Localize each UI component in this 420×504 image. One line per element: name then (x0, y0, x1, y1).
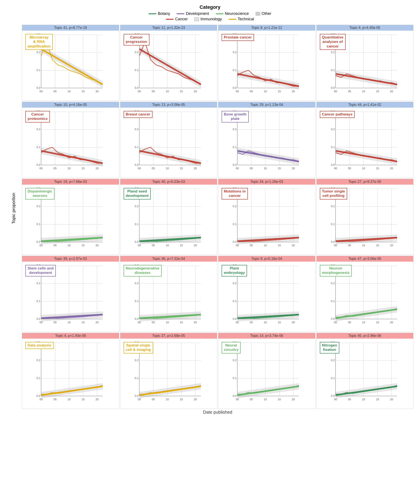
technical-line-icon (228, 19, 236, 20)
topic-label: Cancerprogression (124, 34, 150, 46)
svg-text:0.2: 0.2 (135, 359, 138, 362)
svg-text:20: 20 (292, 244, 295, 247)
svg-text:0.1: 0.1 (331, 68, 335, 72)
svg-text:00: 00 (236, 244, 239, 247)
legend-item-cancer: Cancer (166, 17, 188, 21)
svg-text:20: 20 (96, 321, 99, 324)
panel-title: Topic 44, p=1.41e-02 (317, 102, 414, 108)
svg-text:10: 10 (166, 244, 169, 247)
panel-topic_36__p_7_32e_04: Topic 36, p=7.32e-040.00.10.20.300051015… (120, 256, 217, 332)
panel-content: 0.00.10.20.30005101520Breast cancer (120, 108, 217, 178)
svg-text:0.2: 0.2 (233, 282, 237, 285)
panel-topic_29__p_1_13e_04: Topic 29, p=1.13e-040.00.10.20.300051015… (218, 102, 315, 178)
svg-text:0.0: 0.0 (135, 394, 138, 397)
svg-text:15: 15 (82, 90, 85, 93)
svg-text:00: 00 (40, 321, 43, 324)
topic-label: Nitrogenfixation (320, 342, 340, 354)
panel-content: 0.00.10.20.30005101520Data analysis (22, 339, 119, 409)
panel-title: Topic 40, p=5.03e-03 (120, 179, 217, 185)
svg-text:05: 05 (152, 167, 155, 170)
svg-text:0.0: 0.0 (233, 317, 237, 320)
svg-text:0.2: 0.2 (233, 204, 237, 208)
panel-title: Topic 34, p=1.26e-03 (218, 179, 315, 185)
svg-text:15: 15 (82, 321, 85, 324)
svg-text:00: 00 (236, 398, 239, 401)
svg-text:10: 10 (68, 167, 71, 170)
topic-label: Tumor singlecell profiling (320, 188, 347, 199)
svg-text:05: 05 (54, 244, 57, 247)
topic-label: Cancer pathways (320, 111, 355, 118)
svg-text:0.2: 0.2 (233, 51, 237, 54)
svg-text:20: 20 (292, 321, 295, 324)
panel-title: Topic 41, p=8.77e-18 (22, 25, 119, 31)
svg-text:0.1: 0.1 (36, 300, 41, 303)
svg-text:15: 15 (376, 398, 379, 401)
svg-text:15: 15 (180, 244, 183, 247)
panel-topic_13__p_3_06e_05: Topic 13, p=3.06e-050.00.10.20.300051015… (120, 102, 217, 178)
svg-text:05: 05 (54, 90, 57, 93)
svg-text:0.1: 0.1 (36, 222, 41, 226)
legend-item-immunology: Immunology (194, 17, 222, 21)
svg-text:0.0: 0.0 (36, 163, 41, 167)
svg-text:15: 15 (278, 321, 281, 324)
panel-content: 0.00.10.20.30005101520Cancerproteomics (22, 108, 119, 178)
panel-title: Topic 19, p=7.66e-03 (22, 179, 119, 185)
panel-content: 0.00.10.20.30005101520Neurodegeneratived… (120, 262, 217, 332)
svg-text:00: 00 (138, 90, 141, 93)
svg-text:0.0: 0.0 (135, 86, 138, 90)
topic-label: Neuralcircuitry (222, 342, 241, 354)
svg-text:0.1: 0.1 (135, 222, 138, 226)
panel-title: Topic 47, p=3.06e-05 (317, 256, 414, 262)
svg-text:0.2: 0.2 (331, 51, 335, 54)
svg-text:10: 10 (68, 90, 71, 93)
svg-text:0.2: 0.2 (331, 282, 335, 285)
legend-item-other: Other (256, 11, 271, 16)
topic-label: Quantitativeanalyses ofcancer (320, 34, 346, 50)
svg-text:0.1: 0.1 (233, 68, 237, 72)
legend-item-technical: Technical (228, 17, 254, 21)
panel-content: 0.00.10.20.30005101520Quantitativeanalys… (317, 31, 414, 101)
svg-text:10: 10 (362, 244, 365, 247)
svg-text:00: 00 (40, 244, 43, 247)
svg-text:0.2: 0.2 (233, 127, 237, 131)
svg-text:00: 00 (334, 244, 337, 247)
panel-content: 0.00.10.20.30005101520Mutations incancer (218, 185, 315, 255)
svg-text:20: 20 (292, 398, 295, 401)
svg-text:15: 15 (376, 90, 379, 93)
svg-text:0.1: 0.1 (135, 145, 138, 149)
panel-topic_4__p_1_93e_06: Topic 4, p=1.93e-060.00.10.20.3000510152… (22, 333, 119, 409)
svg-text:05: 05 (348, 321, 351, 324)
svg-text:15: 15 (82, 167, 85, 170)
panel-title: Topic 6, p=4.40e-05 (317, 25, 414, 31)
panel-topic_10__p_4_16e_05: Topic 10, p=4.16e-050.00.10.20.300051015… (22, 102, 119, 178)
svg-text:0.0: 0.0 (36, 317, 41, 320)
svg-text:0.1: 0.1 (331, 145, 335, 149)
svg-text:15: 15 (278, 398, 281, 401)
panel-topic_9__p_5_16e_04: Topic 9, p=5.16e-040.00.10.20.3000510152… (218, 256, 315, 332)
svg-text:20: 20 (194, 90, 197, 93)
svg-text:0.2: 0.2 (135, 127, 138, 131)
svg-text:15: 15 (376, 244, 379, 247)
svg-text:0.1: 0.1 (135, 68, 138, 72)
topic-label: Plantembryology (222, 265, 247, 276)
svg-text:00: 00 (236, 90, 239, 93)
panel-topic_45__p_2_96e_06: Topic 45, p=2.96e-060.00.10.20.300051015… (316, 333, 414, 409)
svg-text:20: 20 (390, 398, 393, 401)
panel-content: 0.00.10.20.30005101520Microarray& RNAamp… (22, 31, 119, 101)
panel-topic_41__p_8_77e_18: Topic 41, p=8.77e-180.00.10.20.300051015… (22, 25, 119, 101)
panel-title: Topic 27, p=9.37e-05 (317, 179, 414, 185)
svg-text:0.2: 0.2 (36, 359, 41, 362)
immunology-label: Immunology (200, 17, 222, 21)
topic-label: Mutations incancer (222, 188, 248, 199)
svg-text:10: 10 (264, 321, 267, 324)
svg-text:05: 05 (250, 167, 253, 170)
svg-text:15: 15 (180, 398, 183, 401)
panel-topic_44__p_1_41e_02: Topic 44, p=1.41e-020.00.10.20.300051015… (316, 102, 414, 178)
svg-text:10: 10 (166, 398, 169, 401)
svg-text:05: 05 (348, 244, 351, 247)
svg-text:0.2: 0.2 (135, 282, 138, 285)
neuroscience-line-icon (216, 13, 224, 14)
panel-title: Topic 11, p=1.32e-23 (120, 25, 217, 31)
svg-text:05: 05 (152, 90, 155, 93)
svg-text:20: 20 (96, 90, 99, 93)
